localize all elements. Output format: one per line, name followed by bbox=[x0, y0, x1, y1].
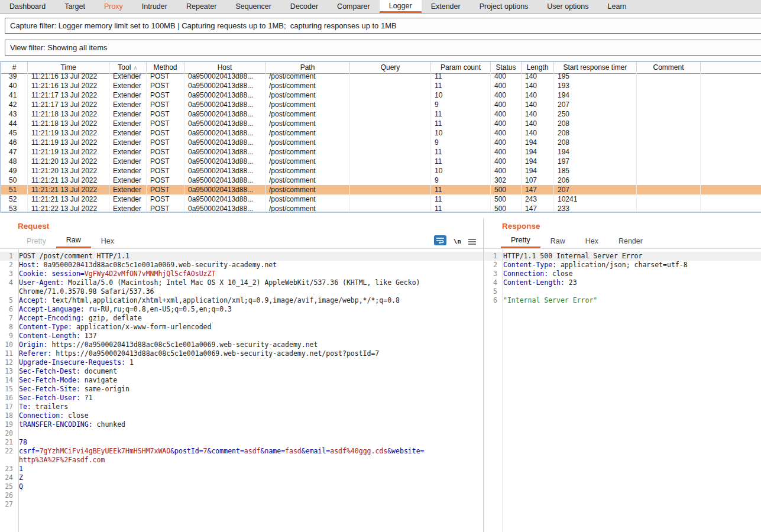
cell-start-response-timer: 10241 bbox=[554, 194, 637, 204]
line-number: 3 bbox=[484, 270, 501, 278]
cell--: 46 bbox=[1, 138, 28, 147]
line-number: 20 bbox=[0, 429, 17, 438]
table-row[interactable]: 5211:21:21 13 Jul 2022ExtenderPOST0a9500… bbox=[1, 194, 761, 204]
tab-intruder[interactable]: Intruder bbox=[132, 0, 177, 13]
line-number: 22 bbox=[0, 447, 17, 456]
line-text: Sec-Fetch-Site: same-origin bbox=[17, 385, 129, 394]
cell-query bbox=[350, 81, 431, 90]
editor-line: 8Content-Type: application/x-www-form-ur… bbox=[0, 323, 483, 332]
tab-extender[interactable]: Extender bbox=[422, 0, 470, 13]
tab-repeater[interactable]: Repeater bbox=[177, 0, 226, 13]
cell-tool: Extender bbox=[109, 90, 147, 100]
editor-line: http%3A%2F%2Fasdf.com bbox=[0, 456, 483, 465]
tab-proxy[interactable]: Proxy bbox=[95, 0, 132, 13]
cell-time: 11:21:20 13 Jul 2022 bbox=[28, 166, 109, 176]
tab-sequencer[interactable]: Sequencer bbox=[226, 0, 280, 13]
cell-param-count: 10 bbox=[431, 166, 491, 176]
request-editor[interactable]: 1POST /post/comment HTTP/1.12Host: 0a950… bbox=[0, 249, 483, 532]
line-text: Content-Type: application/x-www-form-url… bbox=[17, 323, 211, 332]
tab-comparer[interactable]: Comparer bbox=[328, 0, 380, 13]
response-tab-raw[interactable]: Raw bbox=[540, 234, 575, 248]
response-tab-hex[interactable]: Hex bbox=[575, 234, 608, 248]
table-row[interactable]: 4311:21:18 13 Jul 2022ExtenderPOST0a9500… bbox=[1, 109, 761, 119]
cell-tool: Extender bbox=[109, 166, 147, 176]
cell-start-response-timer: 250 bbox=[554, 109, 637, 119]
cell-tool: Extender bbox=[109, 100, 147, 109]
cell-query bbox=[350, 185, 431, 194]
table-row[interactable]: 4611:21:19 13 Jul 2022ExtenderPOST0a9500… bbox=[1, 138, 761, 147]
editor-line: Chrome/71.0.3578.98 Safari/537.36 bbox=[0, 287, 483, 296]
cell-method: POST bbox=[147, 147, 184, 157]
line-text: Chrome/71.0.3578.98 Safari/537.36 bbox=[17, 287, 154, 296]
editor-line: 6"Internal Server Error" bbox=[484, 296, 761, 305]
cell-host: 0a9500020413d88... bbox=[184, 147, 265, 157]
tab-logger[interactable]: Logger bbox=[380, 0, 422, 13]
cell-query bbox=[350, 166, 431, 176]
editor-line: 9Content-Length: 137 bbox=[0, 332, 483, 340]
table-row[interactable]: 4211:21:17 13 Jul 2022ExtenderPOST0a9500… bbox=[1, 100, 761, 109]
tab-user-options[interactable]: User options bbox=[537, 0, 598, 13]
tab-dashboard[interactable]: Dashboard bbox=[0, 0, 55, 13]
cell-comment bbox=[637, 166, 701, 176]
cell-host: 0a9500020413d88... bbox=[184, 176, 265, 185]
editor-line: 2178 bbox=[0, 438, 483, 447]
cell-path: /post/comment bbox=[265, 109, 350, 119]
main-tab-bar: DashboardTargetProxyIntruderRepeaterSequ… bbox=[0, 0, 761, 14]
table-row[interactable]: 4111:21:17 13 Jul 2022ExtenderPOST0a9500… bbox=[1, 90, 761, 100]
cell-param-count: 9 bbox=[431, 176, 491, 185]
cell-start-response-timer: 208 bbox=[554, 138, 637, 147]
tab-learn[interactable]: Learn bbox=[598, 0, 636, 13]
cell--: 43 bbox=[1, 109, 28, 119]
line-number: 27 bbox=[0, 500, 17, 509]
request-tab-pretty[interactable]: Pretty bbox=[17, 234, 56, 248]
cell-param-count: 11 bbox=[431, 204, 491, 213]
table-row[interactable]: 5311:21:22 13 Jul 2022ExtenderPOST0a9500… bbox=[1, 204, 761, 213]
cell-start-response-timer: 208 bbox=[554, 128, 637, 138]
table-row[interactable]: 4711:21:19 13 Jul 2022ExtenderPOST0a9500… bbox=[1, 147, 761, 157]
table-row[interactable]: 4911:21:20 13 Jul 2022ExtenderPOST0a9500… bbox=[1, 166, 761, 176]
table-row[interactable]: 4511:21:19 13 Jul 2022ExtenderPOST0a9500… bbox=[1, 128, 761, 138]
capture-filter-bar[interactable]: Capture filter: Logger memory limit set … bbox=[5, 18, 761, 34]
table-row[interactable]: 3911:21:16 13 Jul 2022ExtenderPOST0a9500… bbox=[1, 72, 761, 81]
table-row[interactable]: 4811:21:20 13 Jul 2022ExtenderPOST0a9500… bbox=[1, 157, 761, 166]
response-tab-pretty[interactable]: Pretty bbox=[501, 234, 540, 248]
table-row[interactable]: 5111:21:21 13 Jul 2022ExtenderPOST0a9500… bbox=[1, 185, 761, 194]
response-tab-render[interactable]: Render bbox=[608, 234, 653, 248]
editor-line: 2Content-Type: application/json; charset… bbox=[484, 261, 761, 270]
cell-host: 0a9500020413d88... bbox=[184, 128, 265, 138]
cell-comment bbox=[637, 176, 701, 185]
line-text: HTTP/1.1 500 Internal Server Error bbox=[501, 252, 642, 261]
request-tab-raw[interactable]: Raw bbox=[56, 234, 91, 248]
cell-length: 243 bbox=[522, 194, 554, 204]
line-text: csrf=7gYzhMCiFvi4gBEyUEEk7HmHSHM7xWAO&po… bbox=[17, 447, 425, 456]
cell-param-count: 11 bbox=[431, 185, 491, 194]
cell-host: 0a9500020413d88... bbox=[184, 185, 265, 194]
line-number: 18 bbox=[0, 411, 17, 420]
tab-project-options[interactable]: Project options bbox=[470, 0, 538, 13]
cell-path: /post/comment bbox=[265, 166, 350, 176]
cell-param-count: 10 bbox=[431, 128, 491, 138]
tab-target[interactable]: Target bbox=[55, 0, 95, 13]
word-wrap-icon[interactable] bbox=[434, 235, 446, 248]
table-row[interactable]: 4411:21:18 13 Jul 2022ExtenderPOST0a9500… bbox=[1, 119, 761, 128]
view-filter-bar[interactable]: View filter: Showing all items bbox=[5, 40, 761, 56]
tab-decoder[interactable]: Decoder bbox=[281, 0, 328, 13]
editor-menu-icon[interactable] bbox=[468, 236, 476, 247]
cell-start-response-timer: 194 bbox=[554, 90, 637, 100]
line-number: 11 bbox=[0, 349, 17, 358]
editor-line: 22csrf=7gYzhMCiFvi4gBEyUEEk7HmHSHM7xWAO&… bbox=[0, 447, 483, 456]
cell--: 50 bbox=[1, 176, 28, 185]
table-row[interactable]: 4011:21:16 13 Jul 2022ExtenderPOST0a9500… bbox=[1, 81, 761, 90]
cell-comment bbox=[637, 185, 701, 194]
cell-length: 140 bbox=[522, 90, 554, 100]
editor-line: 231 bbox=[0, 465, 483, 473]
response-editor[interactable]: 1HTTP/1.1 500 Internal Server Error2Cont… bbox=[484, 249, 761, 532]
cell-tool: Extender bbox=[109, 72, 147, 81]
line-number: 4 bbox=[0, 278, 17, 287]
line-text: Z bbox=[17, 473, 23, 482]
request-tab-hex[interactable]: Hex bbox=[91, 234, 124, 248]
show-newlines-icon[interactable]: \n bbox=[454, 238, 461, 245]
table-row[interactable]: 5011:21:21 13 Jul 2022ExtenderPOST0a9500… bbox=[1, 176, 761, 185]
editor-line: 25Q bbox=[0, 482, 483, 491]
cell-comment bbox=[637, 90, 701, 100]
